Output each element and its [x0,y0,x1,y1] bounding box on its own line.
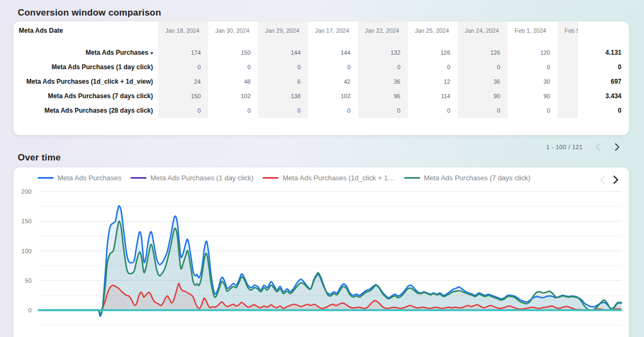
value-cell: 0 [208,60,258,75]
legend-line-swatch [404,177,420,179]
metric-label-cell: Meta Ads Purchases (1d_click + 1d_view) [13,75,158,89]
total-header-cell [578,21,629,46]
date-header-cell: Jan 30, 2024 [208,21,258,46]
value-cell: 150 [208,46,258,60]
value-cell [558,60,578,75]
legend-label: Meta Ads Purchases (1 day click) [150,174,253,182]
value-cell: 0 [358,104,408,118]
value-cell: 90 [458,89,508,104]
value-cell [558,89,578,104]
pagination-range: 1 - 100 / 121 [546,144,583,150]
total-cell: 0 [578,60,629,75]
y-axis-tick-label: 50 [25,277,32,284]
value-cell: 0 [508,104,558,118]
value-cell [558,75,578,89]
value-cell: 90 [508,89,558,104]
total-cell: 697 [578,75,629,89]
date-header-cell: Feb 5, [558,21,578,46]
y-axis-tick-label: 200 [21,188,32,195]
value-cell [558,46,578,60]
value-cell: 0 [308,60,358,75]
value-cell: 48 [208,75,258,89]
value-cell [558,104,578,118]
value-cell: 114 [408,89,458,104]
pagination-next-button[interactable] [613,142,621,152]
value-cell: 144 [308,46,358,60]
legend-label: Meta Ads Purchases (7 days click) [424,174,531,182]
value-cell: 0 [458,104,508,118]
value-cell: 0 [408,60,458,75]
legend-label: Meta Ads Purchases [57,174,121,182]
y-axis-tick-label: 0 [28,307,32,313]
legend-line-swatch [130,177,147,179]
value-cell: 102 [308,89,358,104]
total-cell: 3.434 [578,89,629,104]
date-header-cell: Jan 18, 2024 [158,21,208,46]
value-cell: 42 [308,75,358,89]
date-header-cell: Jan 22, 2024 [358,21,408,46]
date-header-cell: Jan 17, 2024 [308,21,358,46]
legend-line-swatch [262,177,279,179]
total-cell: 4.131 [578,46,629,60]
dashboard: Conversion window comparison Meta Ads Da… [0,0,644,337]
chart-legend: Meta Ads PurchasesMeta Ads Purchases (1 … [38,174,591,182]
conversion-table: Meta Ads DateJan 18, 2024Jan 30, 2024Jan… [13,21,629,118]
value-cell: 0 [408,104,458,118]
metric-dropdown-caret-icon: ▾ [150,50,153,56]
value-cell: 0 [158,104,208,118]
legend-prev-button[interactable] [598,174,607,186]
legend-item[interactable]: Meta Ads Purchases (1d_click + 1… [262,174,394,182]
value-cell: 144 [258,46,308,60]
date-header-cell: Jan 25, 2024 [408,21,458,46]
metric-label-cell: Meta Ads Purchases (1 day click) [13,60,158,75]
table-pagination: 1 - 100 / 121 [546,142,621,152]
value-cell: 102 [208,89,258,104]
date-header-cell: Jan 29, 2024 [258,21,308,46]
value-cell: 96 [358,89,408,104]
value-cell: 174 [158,46,208,60]
date-header-cell: Feb 1, 2024 [508,21,558,46]
metric-label-cell: Meta Ads Purchases (7 days click) [13,89,158,104]
table-corner-header: Meta Ads Date [13,21,158,46]
conversion-table-card: Meta Ads DateJan 18, 2024Jan 30, 2024Jan… [13,21,629,135]
value-cell: 0 [158,60,208,75]
value-cell: 0 [308,104,358,118]
value-cell: 6 [258,75,308,89]
value-cell: 0 [458,60,508,75]
value-cell: 120 [508,46,558,60]
pagination-prev-button[interactable] [594,142,602,152]
legend-line-swatch [38,177,54,179]
value-cell: 0 [508,60,558,75]
metric-label-cell[interactable]: Meta Ads Purchases▾ [13,46,158,60]
metric-label-cell: Meta Ads Purchases (28 days click) [13,104,158,118]
date-header-cell: Jan 24, 2024 [458,21,508,46]
chart-section-title: Over time [18,152,61,163]
value-cell: 0 [258,104,308,118]
total-cell: 0 [578,104,629,118]
legend-item[interactable]: Meta Ads Purchases [38,174,121,182]
value-cell: 0 [258,60,308,75]
value-cell: 30 [508,75,558,89]
value-cell: 126 [458,46,508,60]
value-cell: 126 [408,46,458,60]
chevron-left-icon [595,143,601,151]
chevron-left-icon [599,175,606,185]
value-cell: 36 [358,75,408,89]
value-cell: 24 [158,75,208,89]
legend-pagination [598,174,620,186]
overtime-area-chart: 200150100500 [13,167,629,337]
chevron-right-icon [612,175,619,185]
y-axis-tick-label: 150 [21,218,32,224]
value-cell: 132 [358,46,408,60]
page-title: Conversion window comparison [18,8,161,18]
value-cell: 0 [208,104,258,118]
y-axis-tick-label: 100 [21,248,32,254]
value-cell: 138 [258,89,308,104]
legend-item[interactable]: Meta Ads Purchases (7 days click) [404,174,531,182]
legend-item[interactable]: Meta Ads Purchases (1 day click) [130,174,253,182]
value-cell: 0 [358,60,408,75]
value-cell: 12 [408,75,458,89]
legend-label: Meta Ads Purchases (1d_click + 1… [282,174,394,182]
legend-next-button[interactable] [611,174,620,186]
value-cell: 150 [158,89,208,104]
